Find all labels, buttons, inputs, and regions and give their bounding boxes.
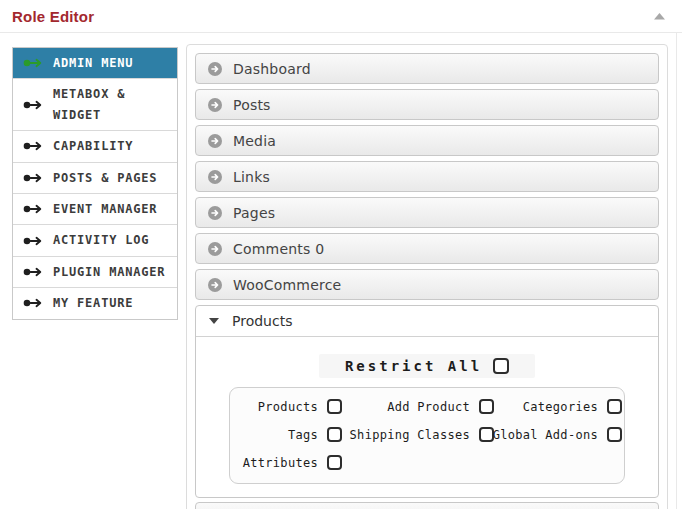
global-add-ons-checkbox[interactable]: [607, 427, 622, 442]
sidebar-item-activity-log[interactable]: ACTIVITY LOG: [13, 225, 177, 256]
add-product-checkbox[interactable]: [479, 399, 494, 414]
dot-arrow-icon: [23, 266, 44, 278]
sidebar-item-label: METABOX & WIDGET: [53, 84, 171, 125]
accordion-section-products: Products Restrict All Products Add Produ: [195, 305, 659, 498]
triangle-down-icon: [209, 318, 219, 324]
dot-arrow-icon: [23, 57, 44, 69]
attributes-checkbox-label: Attributes: [243, 456, 318, 470]
sidebar-item-label: MY FEATURE: [53, 293, 133, 313]
accordion-header-pages[interactable]: Pages: [195, 197, 659, 228]
collapse-toggle-button[interactable]: [652, 9, 666, 23]
checkbox-cell-categories: Categories: [494, 399, 622, 414]
sidebar-item-admin-menu[interactable]: ADMIN MENU: [13, 48, 177, 79]
metabox-body: ADMIN MENU METABOX & WIDGET CAPABILITY P…: [0, 33, 682, 509]
checkbox-cell-attributes: Attributes: [244, 455, 342, 470]
accordion-header-posts[interactable]: Posts: [195, 89, 659, 120]
sidebar-item-label: EVENT MANAGER: [53, 199, 157, 219]
circle-arrow-icon: [208, 98, 222, 112]
accordion-label: Dashboard: [233, 61, 311, 77]
metabox-right-border: [676, 33, 677, 509]
accordion-label: Links: [233, 169, 270, 185]
accordion-label: Products: [232, 313, 292, 329]
checkbox-cell-add-product: Add Product: [342, 399, 494, 414]
circle-arrow-icon: [208, 62, 222, 76]
dot-arrow-icon: [23, 99, 44, 111]
products-panel: Restrict All Products Add Product: [196, 337, 658, 497]
dot-arrow-icon: [23, 172, 44, 184]
triangle-up-icon: [654, 13, 665, 20]
accordion-header-dashboard[interactable]: Dashboard: [195, 53, 659, 84]
restrict-all-row: Restrict All: [319, 354, 535, 378]
checkbox-cell-tags: Tags: [244, 427, 342, 442]
accordion-label: Pages: [233, 205, 275, 221]
restrict-all-checkbox[interactable]: [493, 358, 509, 374]
admin-menu-accordion: Dashboard Posts Media Links Pages Commen…: [186, 44, 668, 509]
accordion-header-products[interactable]: Products: [196, 306, 658, 337]
checkbox-cell-global-add-ons: Global Add-ons: [494, 427, 622, 442]
sidebar-item-metabox-widget[interactable]: METABOX & WIDGET: [13, 79, 177, 131]
sidebar-item-capability[interactable]: CAPABILITY: [13, 131, 177, 162]
accordion-label: Posts: [233, 97, 271, 113]
sidebar-item-plugin-manager[interactable]: PLUGIN MANAGER: [13, 257, 177, 288]
categories-checkbox[interactable]: [607, 399, 622, 414]
role-editor-metabox: Role Editor ADMIN MENU METABOX & WIDGET …: [0, 0, 682, 509]
accordion-label: Media: [233, 133, 276, 149]
circle-arrow-icon: [208, 278, 222, 292]
metabox-header: Role Editor: [0, 0, 682, 33]
products-checkbox[interactable]: [327, 399, 342, 414]
accordion-header-partial[interactable]: [195, 502, 659, 509]
global-add-ons-checkbox-label: Global Add-ons: [493, 428, 598, 442]
circle-arrow-icon: [208, 170, 222, 184]
accordion-header-media[interactable]: Media: [195, 125, 659, 156]
sidebar-item-label: CAPABILITY: [53, 136, 133, 156]
sidebar-item-label: ACTIVITY LOG: [53, 230, 149, 250]
sidebar-item-posts-pages[interactable]: POSTS & PAGES: [13, 163, 177, 194]
dot-arrow-icon: [23, 297, 44, 309]
accordion-header-woocommerce[interactable]: WooCommerce: [195, 269, 659, 300]
checkbox-cell-shipping-classes: Shipping Classes: [342, 427, 494, 442]
circle-arrow-icon: [208, 206, 222, 220]
accordion-header-links[interactable]: Links: [195, 161, 659, 192]
accordion-header-comments[interactable]: Comments 0: [195, 233, 659, 264]
tags-checkbox-label: Tags: [288, 428, 318, 442]
sidebar-item-label: ADMIN MENU: [53, 53, 133, 73]
accordion-label: Comments 0: [233, 241, 324, 257]
products-checkbox-group: Products Add Product Categories Tag: [229, 387, 625, 484]
sidebar-item-event-manager[interactable]: EVENT MANAGER: [13, 194, 177, 225]
attributes-checkbox[interactable]: [327, 455, 342, 470]
sidebar-menu: ADMIN MENU METABOX & WIDGET CAPABILITY P…: [12, 47, 178, 320]
sidebar-item-label: PLUGIN MANAGER: [53, 262, 165, 282]
shipping-classes-checkbox-label: Shipping Classes: [350, 428, 470, 442]
accordion-label: WooCommerce: [233, 277, 341, 293]
sidebar-item-my-feature[interactable]: MY FEATURE: [13, 288, 177, 318]
dot-arrow-icon: [23, 235, 44, 247]
circle-arrow-icon: [208, 242, 222, 256]
restrict-all-label: Restrict All: [345, 358, 482, 374]
products-checkbox-label: Products: [258, 400, 318, 414]
tags-checkbox[interactable]: [327, 427, 342, 442]
page-title: Role Editor: [12, 8, 94, 25]
dot-arrow-icon: [23, 203, 44, 215]
circle-arrow-icon: [208, 134, 222, 148]
sidebar-item-label: POSTS & PAGES: [53, 168, 157, 188]
categories-checkbox-label: Categories: [523, 400, 598, 414]
dot-arrow-icon: [23, 140, 44, 152]
add-product-checkbox-label: Add Product: [387, 400, 470, 414]
checkbox-cell-products: Products: [244, 399, 342, 414]
